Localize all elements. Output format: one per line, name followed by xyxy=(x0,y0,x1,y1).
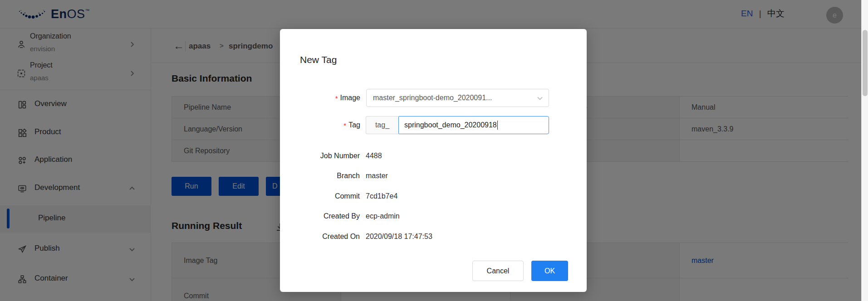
info-label: Created By xyxy=(280,211,360,222)
image-select-value: master_springboot-demo_2020091... xyxy=(373,94,492,102)
required-mark: * xyxy=(335,94,338,102)
scrollbar[interactable] xyxy=(861,0,868,301)
info-row: Commit 7cd1b7e4 xyxy=(280,191,552,202)
tag-input[interactable]: springboot_demo_20200918 xyxy=(398,116,549,134)
info-value: 4488 xyxy=(366,150,382,161)
text-caret xyxy=(497,121,498,130)
new-tag-dialog: New Tag *Image master_springboot-demo_20… xyxy=(280,29,587,292)
tag-field-label: *Tag xyxy=(280,116,360,134)
info-label: Branch xyxy=(280,170,360,181)
cancel-button[interactable]: Cancel xyxy=(472,261,524,281)
image-field-label: *Image xyxy=(280,89,360,107)
tag-input-value: springboot_demo_20200918 xyxy=(404,121,497,129)
info-row: Job Number 4488 xyxy=(280,150,552,161)
tag-prefix-addon: tag_ xyxy=(366,116,398,134)
info-row: Created By ecp-admin xyxy=(280,211,552,222)
info-value: 2020/09/18 17:47:53 xyxy=(366,231,432,242)
info-value: ecp-admin xyxy=(366,211,400,222)
info-row: Created On 2020/09/18 17:47:53 xyxy=(280,231,552,242)
info-row: Branch master xyxy=(280,170,552,181)
info-label: Job Number xyxy=(280,150,360,161)
image-select[interactable]: master_springboot-demo_2020091... xyxy=(366,89,549,107)
scrollbar-thumb[interactable] xyxy=(863,30,868,96)
info-label: Commit xyxy=(280,191,360,202)
info-value: master xyxy=(366,170,388,181)
chevron-down-icon xyxy=(537,95,543,102)
info-label: Created On xyxy=(280,231,360,242)
info-value: 7cd1b7e4 xyxy=(366,191,397,202)
required-mark: * xyxy=(343,121,346,129)
ok-button[interactable]: OK xyxy=(531,261,568,281)
dialog-title: New Tag xyxy=(300,54,337,65)
